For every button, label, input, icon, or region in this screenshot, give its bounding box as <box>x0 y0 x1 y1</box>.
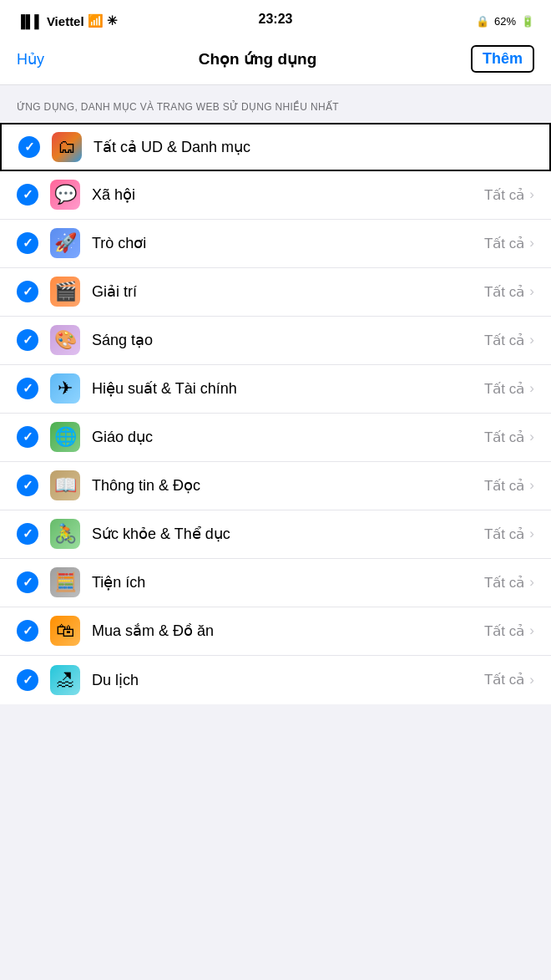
carrier-info: ▐▌▌ Viettel 📶 ✳ <box>17 13 118 28</box>
checkmark-productivity <box>17 378 38 399</box>
app-icon-shopping: 🛍 <box>50 616 80 646</box>
checkmark-travel <box>17 669 38 691</box>
app-list: 🗂Tất cả UD & Danh mục💬Xã hộiTất cả›🚀Trò … <box>0 123 551 704</box>
item-right-label-creative: Tất cả <box>484 332 524 349</box>
carrier-name: Viettel <box>47 14 84 28</box>
item-right-shopping: Tất cả› <box>484 622 534 640</box>
item-right-label-education: Tất cả <box>484 429 524 446</box>
item-right-education: Tất cả› <box>484 429 534 446</box>
chevron-icon-creative: › <box>529 332 534 348</box>
section-header: ỨNG DỤNG, DANH MỤC VÀ TRANG WEB SỬ DỤNG … <box>0 85 551 123</box>
chevron-icon-education: › <box>529 429 534 445</box>
list-item-games[interactable]: 🚀Trò chơiTất cả› <box>0 220 551 268</box>
status-bar: ▐▌▌ Viettel 📶 ✳ 23:23 🔒 62% 🔋 <box>0 0 551 37</box>
checkmark-all <box>18 136 40 158</box>
chevron-icon-news: › <box>529 477 534 494</box>
item-right-utilities: Tất cả› <box>484 574 534 592</box>
item-label-health: Sức khỏe & Thể dục <box>92 525 484 543</box>
item-right-label-utilities: Tất cả <box>484 574 524 592</box>
checkmark-shopping <box>17 620 38 642</box>
chevron-icon-games: › <box>529 235 534 251</box>
item-right-games: Tất cả› <box>484 235 534 252</box>
wifi-icon: 📶 <box>88 13 104 28</box>
list-item-productivity[interactable]: ✈Hiệu suất & Tài chínhTất cả› <box>0 365 551 414</box>
item-right-label-social: Tất cả <box>484 186 524 204</box>
checkmark-news <box>17 475 38 496</box>
list-item-news[interactable]: 📖Thông tin & ĐọcTất cả› <box>0 462 551 510</box>
app-icon-all: 🗂 <box>52 132 82 162</box>
item-label-social: Xã hội <box>92 185 484 204</box>
list-item-all[interactable]: 🗂Tất cả UD & Danh mục <box>0 123 551 171</box>
page-title: Chọn ứng dụng <box>199 49 317 69</box>
item-label-entertainment: Giải trí <box>92 282 484 301</box>
item-right-news: Tất cả› <box>484 477 534 495</box>
item-right-label-shopping: Tất cả <box>484 622 524 640</box>
chevron-icon-entertainment: › <box>529 283 534 300</box>
battery-percentage: 62% <box>494 15 516 28</box>
item-label-productivity: Hiệu suất & Tài chính <box>92 379 484 398</box>
chevron-icon-travel: › <box>529 672 534 688</box>
checkmark-utilities <box>17 571 38 593</box>
chevron-icon-social: › <box>529 186 534 203</box>
list-item-travel[interactable]: 🏖Du lịchTất cả› <box>0 656 551 704</box>
item-label-news: Thông tin & Đọc <box>92 476 484 495</box>
item-right-productivity: Tất cả› <box>484 380 534 398</box>
chevron-icon-productivity: › <box>529 380 534 397</box>
checkmark-social <box>17 184 38 206</box>
list-item-utilities[interactable]: 🧮Tiện íchTất cả› <box>0 559 551 607</box>
battery-icon: 🔋 <box>521 15 534 28</box>
time-display: 23:23 <box>259 12 293 27</box>
item-right-entertainment: Tất cả› <box>484 283 534 301</box>
cancel-button[interactable]: Hủy <box>17 50 44 69</box>
item-right-travel: Tất cả› <box>484 671 534 688</box>
item-right-label-health: Tất cả <box>484 526 524 543</box>
item-label-games: Trò chơi <box>92 234 484 252</box>
item-label-utilities: Tiện ích <box>92 573 484 592</box>
battery-info: 🔒 62% 🔋 <box>476 15 534 28</box>
item-right-social: Tất cả› <box>484 186 534 204</box>
app-icon-entertainment: 🎬 <box>50 277 80 307</box>
signal-icon: ▐▌▌ <box>17 14 43 28</box>
app-icon-social: 💬 <box>50 180 80 210</box>
list-item-health[interactable]: 🚴Sức khỏe & Thể dụcTất cả› <box>0 510 551 559</box>
list-item-social[interactable]: 💬Xã hộiTất cả› <box>0 171 551 220</box>
checkmark-education <box>17 426 38 448</box>
item-right-label-games: Tất cả <box>484 235 524 252</box>
app-icon-health: 🚴 <box>50 519 80 549</box>
activity-icon: ✳ <box>107 13 118 28</box>
item-right-creative: Tất cả› <box>484 332 534 349</box>
chevron-icon-utilities: › <box>529 574 534 591</box>
app-icon-travel: 🏖 <box>50 665 80 695</box>
item-right-label-productivity: Tất cả <box>484 380 524 398</box>
item-label-travel: Du lịch <box>92 671 484 689</box>
checkmark-creative <box>17 329 38 351</box>
list-item-education[interactable]: 🌐Giáo dụcTất cả› <box>0 414 551 462</box>
item-label-education: Giáo dục <box>92 428 484 446</box>
checkmark-games <box>17 232 38 254</box>
app-icon-games: 🚀 <box>50 228 80 258</box>
section-header-text: ỨNG DỤNG, DANH MỤC VÀ TRANG WEB SỬ DỤNG … <box>17 101 339 113</box>
chevron-icon-shopping: › <box>529 622 534 639</box>
add-button[interactable]: Thêm <box>471 45 534 73</box>
item-label-shopping: Mua sắm & Đồ ăn <box>92 622 484 640</box>
item-right-label-news: Tất cả <box>484 477 524 495</box>
item-label-all: Tất cả UD & Danh mục <box>94 138 533 156</box>
item-right-health: Tất cả› <box>484 526 534 543</box>
app-icon-creative: 🎨 <box>50 325 80 355</box>
chevron-icon-health: › <box>529 526 534 542</box>
item-label-creative: Sáng tạo <box>92 331 484 349</box>
list-item-entertainment[interactable]: 🎬Giải tríTất cả› <box>0 268 551 317</box>
list-item-shopping[interactable]: 🛍Mua sắm & Đồ ănTất cả› <box>0 607 551 656</box>
app-icon-news: 📖 <box>50 470 80 500</box>
navigation-bar: Hủy Chọn ứng dụng Thêm <box>0 37 551 85</box>
checkmark-health <box>17 523 38 545</box>
app-icon-productivity: ✈ <box>50 373 80 404</box>
item-right-label-entertainment: Tất cả <box>484 283 524 301</box>
checkmark-entertainment <box>17 281 38 302</box>
app-icon-education: 🌐 <box>50 422 80 452</box>
item-right-label-travel: Tất cả <box>484 671 524 688</box>
list-item-creative[interactable]: 🎨Sáng tạoTất cả› <box>0 317 551 365</box>
lock-icon: 🔒 <box>476 15 489 28</box>
app-icon-utilities: 🧮 <box>50 567 80 597</box>
